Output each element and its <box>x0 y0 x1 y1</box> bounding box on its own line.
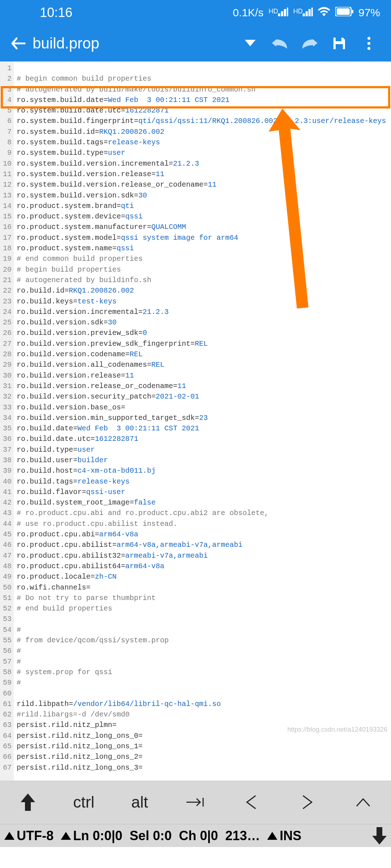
code-line[interactable]: ro.product.cpu.abilist32=armeabi-v7a,arm… <box>17 550 391 561</box>
code-line[interactable]: persist.rild.nitz_long_ons_3= <box>17 762 391 773</box>
code-line[interactable]: # end build properties <box>17 603 391 614</box>
code-line[interactable]: ro.build.system_root_image=false <box>17 497 391 508</box>
left-key[interactable] <box>223 780 279 824</box>
code-line[interactable]: # system.prop for qssi <box>17 667 391 677</box>
extra-segment[interactable]: 213… <box>225 828 260 843</box>
code-line[interactable]: ro.build.version.incremental=21.2.3 <box>17 307 391 317</box>
status-speed: 0.1K/s <box>233 7 264 19</box>
code-line[interactable]: ro.wifi.channels= <box>17 582 391 593</box>
code-line[interactable]: # begin common build properties <box>17 73 391 84</box>
ctrl-key[interactable]: ctrl <box>56 780 112 824</box>
code-line[interactable]: ro.build.version.release_or_codename=11 <box>17 381 391 391</box>
code-line[interactable]: # <box>17 646 391 656</box>
code-line[interactable]: ro.build.version.sdk=30 <box>17 317 391 328</box>
code-line[interactable]: ro.build.tags=release-keys <box>17 476 391 487</box>
code-line[interactable]: # end common build properties <box>17 254 391 264</box>
sel-segment[interactable]: Sel 0:0 <box>130 828 172 843</box>
code-line[interactable]: ro.system.build.tags=release-keys <box>17 137 391 148</box>
encoding-segment[interactable]: UTF-8 <box>4 828 54 843</box>
code-line[interactable]: # ro.product.cpu.abi and ro.product.cpu.… <box>17 508 391 518</box>
code-line[interactable]: persist.rild.nitz_long_ons_2= <box>17 752 391 762</box>
code-line[interactable] <box>17 63 391 73</box>
code-line[interactable]: ro.build.version.preview_sdk=0 <box>17 328 391 338</box>
code-line[interactable]: ro.build.date.utc=1612282871 <box>17 434 391 444</box>
save-button[interactable] <box>327 31 352 56</box>
up-key[interactable] <box>335 780 391 824</box>
battery-icon <box>335 7 353 19</box>
code-line[interactable]: ro.build.version.base_os= <box>17 402 391 413</box>
code-line[interactable]: ro.build.type=user <box>17 444 391 455</box>
down-segment[interactable] <box>372 827 387 844</box>
code-line[interactable]: #rild.libargs=-d /dev/smd0 <box>17 709 391 720</box>
code-line[interactable]: persist.rild.nitz_long_ons_1= <box>17 741 391 752</box>
code-line[interactable]: # autogenerated by buildinfo.sh <box>17 275 391 285</box>
code-line[interactable]: # begin build properties <box>17 264 391 275</box>
line-number: 22 <box>0 285 14 296</box>
code-line[interactable]: ro.system.build.version.release=11 <box>17 169 391 179</box>
code-line[interactable]: ro.build.version.security_patch=2021-02-… <box>17 391 391 402</box>
code-line[interactable]: ro.build.date=Wed Feb 3 00:21:11 CST 202… <box>17 423 391 434</box>
shift-key[interactable] <box>0 780 56 824</box>
code-line[interactable]: # <box>17 656 391 667</box>
line-number: 47 <box>0 550 14 561</box>
code-line[interactable]: # from device/qcom/qssi/system.prop <box>17 635 391 646</box>
code-line[interactable]: ro.system.build.date=Wed Feb 3 00:21:11 … <box>17 95 391 105</box>
editor[interactable]: 1234567891011121314151617181920212223242… <box>0 61 391 780</box>
code-line[interactable]: # use ro.product.cpu.abilist instead. <box>17 519 391 529</box>
svg-point-7 <box>367 47 370 50</box>
code-line[interactable]: # <box>17 625 391 635</box>
right-key[interactable] <box>279 780 335 824</box>
line-number: 27 <box>0 339 14 349</box>
line-number: 58 <box>0 667 14 677</box>
code-line[interactable]: ro.build.version.release=11 <box>17 370 391 381</box>
code-line[interactable] <box>17 688 391 699</box>
code-line[interactable]: ro.product.system.model=qssi system imag… <box>17 233 391 243</box>
code-line[interactable]: ro.build.flavor=qssi-user <box>17 487 391 497</box>
mode-segment[interactable]: INS <box>267 828 301 843</box>
code-line[interactable]: ro.system.build.version.incremental=21.2… <box>17 158 391 169</box>
line-number: 66 <box>0 752 14 762</box>
code-line[interactable]: ro.product.system.manufacturer=QUALCOMM <box>17 222 391 232</box>
code-line[interactable]: ro.product.system.brand=qti <box>17 201 391 211</box>
code-line[interactable]: # Do not try to parse thumbprint <box>17 593 391 603</box>
line-number: 64 <box>0 731 14 741</box>
code-line[interactable]: ro.system.build.date.utc=1612282871 <box>17 105 391 116</box>
code-line[interactable]: ro.product.locale=zh-CN <box>17 571 391 582</box>
code-line[interactable]: ro.system.build.type=user <box>17 148 391 158</box>
signal-hd2: HD <box>293 7 313 19</box>
code-line[interactable]: ro.product.system.device=qssi <box>17 211 391 222</box>
code-line[interactable]: ro.system.build.fingerprint=qti/qssi/qss… <box>17 116 391 126</box>
line-number: 13 <box>0 190 14 201</box>
code-line[interactable]: rild.libpath=/vendor/lib64/libril-qc-hal… <box>17 699 391 709</box>
dropdown-button[interactable] <box>237 31 263 56</box>
alt-key[interactable]: alt <box>112 780 168 824</box>
code-line[interactable]: ro.build.version.preview_sdk_fingerprint… <box>17 339 391 349</box>
code-line[interactable]: ro.build.host=c4-xm-ota-bd011.bj <box>17 465 391 476</box>
code-line[interactable]: ro.build.version.all_codenames=REL <box>17 359 391 370</box>
code-line[interactable]: ro.build.id=RKQ1.200826.002 <box>17 285 391 296</box>
tab-key[interactable] <box>168 780 223 824</box>
line-segment[interactable]: Ln 0:0|0 <box>61 828 122 843</box>
code-line[interactable]: ro.build.version.min_supported_target_sd… <box>17 413 391 423</box>
code-line[interactable]: ro.product.cpu.abi=arm64-v8a <box>17 529 391 540</box>
code-line[interactable]: ro.product.cpu.abilist=arm64-v8a,armeabi… <box>17 540 391 550</box>
code-line[interactable]: ro.system.build.version.sdk=30 <box>17 190 391 201</box>
code-line[interactable]: ro.system.build.version.release_or_coden… <box>17 179 391 190</box>
code-line[interactable]: # autogenerated by build/make/tools/buil… <box>17 84 391 95</box>
code-line[interactable]: ro.build.keys=test-keys <box>17 296 391 307</box>
undo-button[interactable] <box>267 31 293 56</box>
code-line[interactable]: # <box>17 677 391 688</box>
code-line[interactable]: ro.build.version.codename=REL <box>17 349 391 359</box>
code-line[interactable]: ro.product.system.name=qssi <box>17 243 391 254</box>
line-number: 1 <box>0 63 14 73</box>
more-button[interactable] <box>356 31 382 56</box>
line-number: 63 <box>0 720 14 730</box>
code-line[interactable]: ro.system.build.id=RKQ1.200826.002 <box>17 127 391 137</box>
code-line[interactable] <box>17 614 391 624</box>
ch-segment[interactable]: Ch 0|0 <box>179 828 218 843</box>
code-line[interactable]: ro.product.cpu.abilist64=arm64-v8a <box>17 561 391 571</box>
code-line[interactable]: ro.build.user=builder <box>17 455 391 465</box>
back-button[interactable] <box>7 33 29 54</box>
code-area[interactable]: # begin common build properties# autogen… <box>14 61 391 780</box>
redo-button[interactable] <box>297 31 322 56</box>
